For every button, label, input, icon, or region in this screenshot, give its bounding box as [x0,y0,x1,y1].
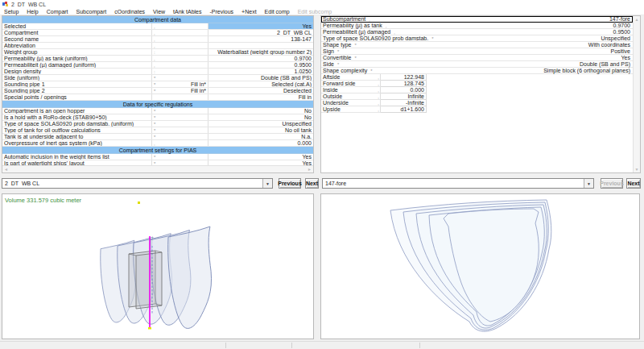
table-row-convertible[interactable]: Convertible * Yes [321,55,633,61]
row-value: d1+1.600 [381,106,427,113]
edit-mark-icon: , [378,94,380,99]
edit-mark-icon: , [378,107,380,112]
table-row-solas-space-type[interactable]: Type of space SOLAS0920 prob damstab. (u… [2,121,313,127]
table-row-shape-type[interactable]: Shape type * With coordinates [321,42,633,48]
edit-mark-icon: * [337,62,339,67]
menu-coordinates[interactable]: cOordinates [114,9,145,15]
table-row-second-name[interactable]: Second name , 138-147 [2,36,313,43]
table-row-solas-space-type[interactable]: Type of space SOLAS0920 prob damstab. * … [321,35,633,42]
row-label: Shape complexity [323,68,367,73]
table-row-permeability-damaged[interactable]: Permeabiliteit (µ) damaged (uniform) , 0… [2,62,313,69]
compartment-next-button[interactable]: Next [305,178,319,189]
row-value: Deselected [208,88,313,93]
table-row-sign[interactable]: Sign * Positive [321,48,633,55]
menu-subcompart[interactable]: Subcompart [76,9,107,15]
row-value: 2 DT WB CL [208,30,313,35]
table-row-upside[interactable]: Upside, d1+1.600 [321,106,640,113]
chevron-down-icon[interactable]: ▼ [584,179,593,188]
table-row-forward-side[interactable]: Forward side, 128.745 [321,81,640,87]
row-value: 0.9500 [613,29,630,35]
table-row-permeability-tank[interactable]: Permeability (µ) as tank , 0.9700 [321,23,633,29]
subcompartment-previous-button: Previous [601,178,623,189]
row-label: Permeabiliteit (µ) damaged [323,29,390,35]
table-row-side[interactable]: Side * Double (SB and PS) [321,61,633,68]
row-label: Abbreviation [2,43,152,48]
menu-edit-comp[interactable]: Edit comp [265,9,290,15]
section-header-compartment-data: Compartment data [2,16,313,23]
table-row-compartment[interactable]: Compartment , 2 DT WB CL [2,30,313,36]
table-row-sounding-pipe-2[interactable]: Sounding pipe 2 *Fill in* Deselected [2,88,313,94]
table-row-permeability-tank[interactable]: Permeability (µ) as tank (uniform) , 0.9… [2,56,313,62]
section-header-pias-settings: Compartment settings for PIAS [2,147,313,154]
row-mid: Fill in* [191,88,206,93]
row-label: Type of space SOLAS0920 prob damstab. [323,35,428,41]
compartment-3d-view[interactable]: Volume 331.579 cubic meter [2,193,314,339]
edit-mark-icon: * [154,76,155,81]
row-label: Second name [2,36,152,42]
row-label: Convertible [323,55,351,60]
edit-mark-icon: , [154,141,155,146]
row-label: Upside [323,106,341,112]
table-row-abbreviation[interactable]: Abbreviation , [2,43,313,49]
menu-tank-tables[interactable]: tAnk tAbles [173,9,201,15]
row-value: Double (SB and PS) [580,61,630,67]
row-value: Unspecified [208,121,313,127]
vertical-scrollbar[interactable]: ▲ ▼ [633,16,640,172]
table-row-subcompartment[interactable]: Subcompartment , 147-fore [321,16,633,23]
table-row-shape-complexity[interactable]: Shape complexity * Simple block (6 ortho… [321,68,633,74]
table-row-inert-gas[interactable]: Overpressure of inert gas system (kPa) ,… [2,140,313,147]
subcompartment-3d-view[interactable] [320,193,640,339]
scroll-down-icon[interactable]: ▼ [635,167,639,172]
menu-view[interactable]: View [153,9,165,15]
scroll-right-icon[interactable]: ► [308,167,312,172]
row-label: Type of tank for oil outflow calculation… [2,127,152,133]
scroll-left-icon[interactable]: ◄ [4,167,8,172]
row-label: Outside [323,93,342,99]
edit-mark-icon: , [378,88,380,93]
horizontal-scrollbar[interactable]: ◄ ► [2,165,313,172]
table-row-selected[interactable]: Selected , Yes [2,23,313,30]
table-row-open-hopper[interactable]: Compartment is an open hopper * No [2,108,313,114]
subcompartment-combobox[interactable]: 147-fore ▼ [322,178,594,189]
table-row-aftside[interactable]: Aftside, 122.948 [321,74,640,81]
compartment-previous-button[interactable]: Previous [279,178,301,189]
scroll-up-icon[interactable]: ▲ [635,17,639,22]
menu-setup[interactable]: Setup [4,9,19,15]
table-row-underside-adjacent[interactable]: Tank is at underside adjacent to * N.a. [2,134,313,140]
table-row-special-points[interactable]: Special points / openings Fill in [2,94,313,101]
table-row-auto-inclusion[interactable]: Automatic inclusion in the weight items … [2,154,313,160]
row-value: 0.000 [381,87,427,93]
menu-edit-subcomp: Edit subcomp [298,9,332,15]
row-value: -Infinite [381,100,427,106]
row-label: Sounding pipe 1 [2,81,152,87]
table-row-outside[interactable]: Outside, Infinite [321,93,640,100]
table-row-design-density[interactable]: Design density : 1.0250 [2,69,313,75]
row-value: N.a. [208,134,313,139]
edit-mark-icon: , [378,75,380,80]
row-label: Side [323,61,334,67]
table-row-inside[interactable]: Inside, 0.000 [321,87,640,93]
table-row-roro-deck[interactable]: Is a hold with a RoRo-deck (STAB90+50) *… [2,114,313,121]
menu-compart[interactable]: Compart [47,9,68,15]
menu-next[interactable]: +Next [242,9,256,15]
edit-mark-icon: * [154,115,155,120]
subcompartment-next-button[interactable]: Next [626,178,641,189]
menu-previous[interactable]: -Previous [210,9,234,15]
row-value: 138-147 [208,36,313,42]
menu-help[interactable]: Help [27,9,38,15]
table-row-weight-group[interactable]: Weight group : Waterballast (weight grou… [2,49,313,56]
window-title: 2 DT WB CL [11,2,46,7]
table-row-oil-outflow[interactable]: Type of tank for oil outflow calculation… [2,127,313,134]
table-row-permeability-damaged[interactable]: Permeabiliteit (µ) damaged , 0.9500 [321,29,633,35]
edit-mark-icon: * [354,56,356,60]
row-value: Waterballast (weight group number 2) [208,49,313,55]
row-value: With coordinates [588,42,630,48]
row-value: Selected (cat.A) [208,81,313,87]
table-row-underside[interactable]: Underside, -Infinite [321,100,640,106]
compartment-combobox[interactable]: 2 DT WB CL ▼ [2,178,273,189]
row-label: Sounding pipe 2 [2,88,152,93]
row-value: Yes [208,154,313,160]
chevron-down-icon[interactable]: ▼ [262,179,272,188]
table-row-side[interactable]: Side (uniform) * Double (SB and PS) [2,75,313,81]
table-row-sounding-pipe-1[interactable]: Sounding pipe 1 *Fill in* Selected (cat.… [2,81,313,88]
